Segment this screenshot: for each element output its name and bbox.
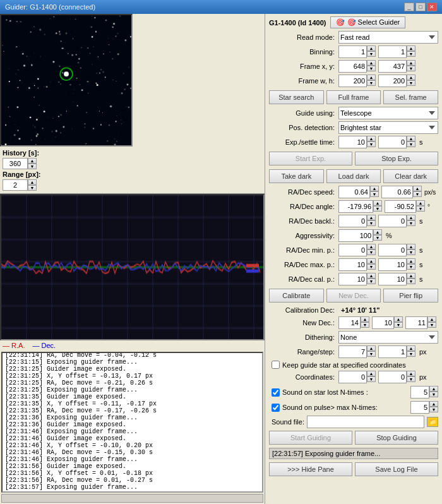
speed-input1[interactable] — [338, 186, 370, 198]
new-dec-up1[interactable]: ▲ — [361, 316, 369, 322]
pos-detection-select[interactable]: Brightest star — [338, 121, 438, 134]
sound-pulse-up[interactable]: ▲ — [429, 401, 438, 407]
save-log-button[interactable]: Save Log File — [355, 462, 438, 476]
backl-down2[interactable]: ▼ — [407, 220, 415, 226]
binning-x-up[interactable]: ▲ — [367, 45, 376, 51]
aggressivity-down[interactable]: ▼ — [373, 235, 382, 241]
backl-input2[interactable] — [378, 215, 407, 227]
exp-settle-input2[interactable] — [378, 136, 407, 148]
exp-up1[interactable]: ▲ — [367, 136, 376, 141]
dithering-select[interactable]: None — [338, 331, 438, 344]
sound-lost-input[interactable] — [410, 386, 429, 399]
binning-x-input[interactable] — [338, 45, 367, 58]
speed-up1[interactable]: ▲ — [370, 186, 379, 191]
min-pulse-down2[interactable]: ▼ — [407, 249, 415, 255]
angle-input2[interactable] — [385, 200, 416, 213]
star-search-button[interactable]: Star search — [269, 90, 324, 104]
frame-h-up[interactable]: ▲ — [407, 75, 415, 80]
stop-guiding-button[interactable]: Stop Guiding — [355, 431, 438, 445]
pier-flip-button[interactable]: Pier flip — [383, 289, 438, 303]
frame-h-input[interactable] — [378, 75, 407, 87]
speed-down1[interactable]: ▼ — [370, 191, 379, 197]
cal-pulse-input1[interactable] — [338, 273, 367, 285]
coord-up1[interactable]: ▲ — [367, 371, 376, 376]
max-pulse-input1[interactable] — [338, 258, 367, 271]
guide-using-select[interactable]: Telescope — [338, 107, 438, 119]
aggressivity-up[interactable]: ▲ — [373, 229, 382, 235]
max-pulse-down2[interactable]: ▼ — [407, 264, 415, 270]
exp-settle-input1[interactable] — [338, 136, 367, 148]
frame-y-up[interactable]: ▲ — [407, 60, 415, 66]
cal-pulse-input2[interactable] — [378, 273, 407, 285]
speed-down2[interactable]: ▼ — [413, 191, 422, 197]
exp-down2[interactable]: ▼ — [407, 141, 415, 147]
aggressivity-input[interactable] — [338, 229, 373, 242]
frame-x-up[interactable]: ▲ — [367, 60, 376, 66]
new-dec-up3[interactable]: ▲ — [427, 316, 436, 322]
binning-y-down[interactable]: ▼ — [407, 51, 415, 57]
backl-input1[interactable] — [338, 215, 367, 227]
new-dec-input3[interactable] — [405, 316, 427, 329]
clear-dark-button[interactable]: Clear dark — [383, 169, 438, 183]
min-pulse-input1[interactable] — [338, 244, 367, 256]
cal-pulse-down2[interactable]: ▼ — [407, 279, 415, 284]
history-up[interactable]: ▲ — [28, 158, 37, 164]
frame-w-up[interactable]: ▲ — [367, 75, 376, 80]
binning-x-down[interactable]: ▼ — [367, 51, 376, 57]
maximize-button[interactable]: □ — [415, 3, 426, 11]
read-mode-select[interactable]: Fast read — [338, 31, 438, 44]
range-step-down2[interactable]: ▼ — [407, 351, 415, 357]
load-dark-button[interactable]: Load dark — [326, 169, 381, 183]
binning-y-up[interactable]: ▲ — [407, 45, 415, 51]
backl-down1[interactable]: ▼ — [367, 220, 376, 226]
coord-input2[interactable] — [378, 371, 407, 383]
keep-guide-checkbox[interactable] — [272, 361, 280, 369]
speed-input2[interactable] — [381, 186, 413, 198]
range-down[interactable]: ▼ — [28, 185, 37, 191]
sel-frame-button[interactable]: Sel. frame — [383, 90, 438, 104]
range-step-down1[interactable]: ▼ — [367, 351, 376, 357]
backl-up1[interactable]: ▲ — [367, 215, 376, 220]
frame-y-input[interactable] — [378, 60, 407, 73]
new-dec-input2[interactable] — [372, 316, 394, 329]
hide-pane-button[interactable]: >>> Hide Pane — [269, 462, 352, 476]
cal-pulse-up1[interactable]: ▲ — [367, 273, 376, 279]
stop-exp-button[interactable]: Stop Exp. — [355, 152, 438, 165]
new-dec-up2[interactable]: ▲ — [394, 316, 403, 322]
coord-input1[interactable] — [338, 371, 367, 383]
log-area[interactable]: [22:31:14] X, Y offset = -0.02, -0.08 px… — [1, 352, 263, 493]
range-value[interactable] — [3, 179, 28, 191]
max-pulse-down1[interactable]: ▼ — [367, 264, 376, 270]
angle-up2[interactable]: ▲ — [416, 200, 425, 206]
range-input[interactable]: ▲ ▼ — [3, 179, 37, 191]
sound-pulse-input[interactable] — [410, 401, 429, 414]
angle-down1[interactable]: ▼ — [373, 206, 382, 212]
frame-x-input[interactable] — [338, 60, 367, 73]
full-frame-button[interactable]: Full frame — [326, 90, 381, 104]
frame-y-down[interactable]: ▼ — [407, 66, 415, 71]
new-dec-input1[interactable] — [338, 316, 361, 329]
min-pulse-up1[interactable]: ▲ — [367, 244, 376, 249]
coord-down1[interactable]: ▼ — [367, 376, 376, 382]
coord-up2[interactable]: ▲ — [407, 371, 415, 376]
close-button[interactable]: ✕ — [427, 3, 437, 11]
binning-y-input[interactable] — [378, 45, 407, 58]
frame-h-down[interactable]: ▼ — [407, 80, 415, 86]
frame-x-down[interactable]: ▼ — [367, 66, 376, 71]
start-exp-button[interactable]: Start Exp. — [269, 152, 352, 165]
range-step-input2[interactable] — [378, 345, 407, 358]
new-dec-down2[interactable]: ▼ — [394, 322, 403, 328]
history-down[interactable]: ▼ — [28, 164, 37, 169]
new-dec-down3[interactable]: ▼ — [427, 322, 436, 328]
start-guiding-button[interactable]: Start Guiding — [269, 431, 352, 445]
max-pulse-up1[interactable]: ▲ — [367, 258, 376, 264]
exp-down1[interactable]: ▼ — [367, 141, 376, 147]
min-pulse-down1[interactable]: ▼ — [367, 249, 376, 255]
sound-file-input[interactable] — [307, 416, 424, 428]
sound-lost-up[interactable]: ▲ — [429, 386, 438, 392]
sound-pulse-checkbox[interactable] — [272, 404, 280, 412]
min-pulse-up2[interactable]: ▲ — [407, 244, 415, 249]
max-pulse-input2[interactable] — [378, 258, 407, 271]
select-guider-button[interactable]: 🎯 🎯 Select Guider — [330, 16, 406, 28]
minimize-button[interactable]: _ — [404, 3, 414, 11]
